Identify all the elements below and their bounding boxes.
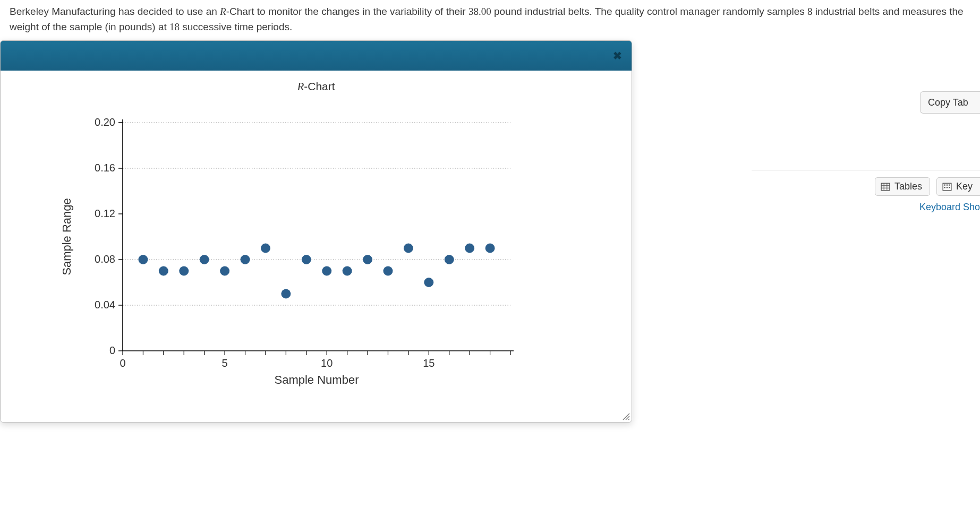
svg-point-44 (138, 255, 148, 264)
svg-text:0: 0 (109, 344, 115, 356)
svg-point-60 (465, 244, 474, 253)
svg-text:Sample Number: Sample Number (275, 373, 359, 386)
svg-point-48 (220, 266, 229, 276)
close-icon[interactable]: ✖ (613, 49, 622, 62)
svg-point-61 (485, 244, 495, 253)
svg-point-51 (281, 289, 291, 299)
svg-point-56 (383, 266, 393, 276)
problem-text-5: successive time periods. (180, 21, 292, 32)
keypad-label: Key (956, 181, 973, 192)
svg-text:0.12: 0.12 (95, 208, 115, 219)
belt-weight: 38.00 (468, 6, 491, 17)
chart-modal: ✖ R-Chart 00.040.080.120.160.20051015Sam… (0, 40, 632, 422)
svg-point-52 (302, 255, 311, 264)
svg-point-58 (424, 278, 433, 287)
svg-text:10: 10 (321, 357, 333, 369)
svg-point-45 (159, 266, 168, 276)
svg-text:15: 15 (423, 357, 434, 369)
svg-text:0.04: 0.04 (95, 299, 115, 311)
keypad-icon (942, 182, 952, 192)
svg-point-49 (241, 255, 250, 264)
svg-point-54 (343, 266, 352, 276)
table-icon (881, 182, 890, 192)
svg-text:Sample Range: Sample Range (60, 198, 73, 275)
r-var: R (220, 6, 226, 17)
copy-table-button[interactable]: Copy Tab (920, 91, 980, 114)
svg-rect-76 (949, 187, 950, 188)
keyboard-shortcuts-link[interactable]: Keyboard Sho (919, 202, 980, 213)
svg-point-53 (322, 266, 331, 276)
side-divider (752, 170, 980, 170)
svg-rect-71 (944, 184, 945, 185)
svg-point-59 (445, 255, 454, 264)
svg-rect-65 (881, 183, 890, 191)
tables-label: Tables (894, 181, 922, 192)
svg-rect-75 (947, 187, 948, 188)
chart-title: R-Chart (1, 80, 632, 93)
side-button-row: Tables Key (875, 177, 980, 196)
svg-text:0.08: 0.08 (95, 253, 115, 265)
tables-button[interactable]: Tables (875, 177, 930, 196)
svg-rect-74 (944, 187, 945, 188)
modal-header: ✖ (1, 41, 632, 71)
period-count: 18 (169, 21, 180, 32)
svg-text:0.20: 0.20 (95, 116, 115, 128)
svg-text:0.16: 0.16 (95, 162, 115, 174)
svg-rect-72 (947, 184, 948, 185)
svg-point-50 (261, 244, 270, 253)
problem-text-3: pound industrial belts. The quality cont… (491, 6, 807, 17)
svg-point-46 (179, 266, 189, 276)
r-chart-plot: 00.040.080.120.160.20051015Sample Number… (1, 101, 632, 415)
keypad-button[interactable]: Key (936, 177, 980, 196)
svg-text:0: 0 (120, 357, 125, 369)
svg-point-57 (404, 244, 413, 253)
problem-text-1: Berkeley Manufacturing has decided to us… (10, 6, 220, 17)
problem-text-2: -Chart to monitor the changes in the var… (226, 6, 468, 17)
problem-statement: Berkeley Manufacturing has decided to us… (0, 0, 980, 40)
svg-point-55 (363, 255, 372, 264)
svg-text:5: 5 (222, 357, 228, 369)
svg-rect-73 (949, 184, 950, 185)
resize-grip-icon[interactable] (621, 411, 630, 421)
svg-point-47 (200, 255, 209, 264)
svg-line-64 (628, 419, 629, 420)
modal-body: R-Chart 00.040.080.120.160.20051015Sampl… (1, 71, 632, 422)
